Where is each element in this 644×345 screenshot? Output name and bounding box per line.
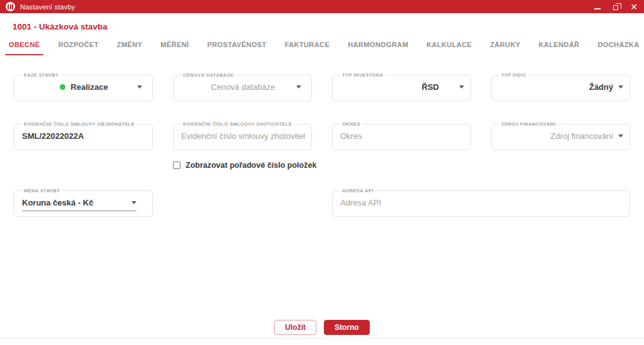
zdroj-financovani-placeholder: Zdroj financování — [550, 131, 613, 141]
tab-prostavenost[interactable]: PROSTAVĚNOST — [203, 41, 270, 55]
adresa-api-field: ADRESA API — [332, 189, 630, 217]
window-title: Nastavení stavby — [20, 3, 75, 11]
status-dot-icon — [60, 84, 65, 90]
evidencni-cislo-zhotovitele-label: EVIDENČNÍ ČÍSLO SMLOUVY ZHOTOVITELE — [181, 122, 294, 127]
chevron-down-icon — [296, 85, 301, 89]
tab-mereni[interactable]: MĚŘENÍ — [157, 41, 192, 55]
tab-obecne[interactable]: OBECNÉ — [5, 41, 43, 55]
cenova-databaze-placeholder: Cenová databáze — [211, 82, 275, 92]
restore-icon — [613, 5, 618, 10]
mena-stavby-select[interactable]: Koruna česká - Kč — [22, 194, 136, 211]
cenova-databaze-label: CENOVÁ DATABÁZE — [181, 73, 235, 78]
tab-kalkulace[interactable]: KALKULACE — [423, 41, 475, 55]
tab-kalendar[interactable]: KALENDÁŘ — [535, 41, 583, 55]
typ-investora-value: ŘSD — [422, 82, 439, 92]
okres-field: OKRES — [332, 122, 471, 150]
evidencni-cislo-zhotovitele-input[interactable] — [181, 127, 305, 146]
footer-actions: Uložit Storno — [0, 320, 644, 335]
faze-stavby-value: Realizace — [70, 82, 108, 92]
okres-input[interactable] — [340, 127, 464, 146]
close-icon: ✕ — [630, 3, 638, 11]
adresa-api-label: ADRESA API — [340, 189, 375, 194]
evidencni-cislo-objednatele-label: EVIDENČNÍ ČÍSLO SMLOUVY OBJEDNATELE — [22, 122, 136, 127]
tab-fakturace[interactable]: FAKTURACE — [281, 41, 333, 55]
mena-stavby-label: MĚNA STAVBY — [22, 189, 62, 194]
evidencni-cislo-objednatele-field: EVIDENČNÍ ČÍSLO SMLOUVY OBJEDNATELE — [14, 122, 153, 150]
adresa-api-input[interactable] — [340, 194, 623, 212]
cenova-databaze-select[interactable]: CENOVÁ DATABÁZE Cenová databáze — [173, 73, 312, 101]
zdroj-financovani-label: ZDROJ FINANCOVÁNÍ — [499, 122, 557, 127]
chevron-down-icon — [618, 134, 623, 138]
minimize-icon — [594, 8, 601, 9]
evidencni-cislo-zhotovitele-field: EVIDENČNÍ ČÍSLO SMLOUVY ZHOTOVITELE — [173, 122, 312, 150]
tab-rozpocet[interactable]: ROZPOČET — [54, 41, 102, 55]
tab-harmonogram[interactable]: HARMONOGRAM — [344, 41, 412, 55]
restore-button[interactable] — [611, 3, 620, 11]
title-bar: Nastavení stavby ✕ — [0, 0, 644, 13]
tab-zmeny[interactable]: ZMĚNY — [113, 41, 147, 55]
typ-fidic-label: TYP FIDIC — [499, 73, 528, 78]
chevron-down-icon — [131, 201, 136, 204]
typ-investora-select[interactable]: TYP INVESTORA ŘSD — [332, 73, 471, 101]
zobrazovat-poradove-label[interactable]: Zobrazovat pořadové číslo položek — [186, 161, 316, 170]
chevron-down-icon — [137, 85, 142, 89]
cancel-button[interactable]: Storno — [324, 320, 370, 335]
mena-stavby-value: Koruna česká - Kč — [22, 198, 93, 207]
chevron-down-icon — [459, 85, 464, 89]
evidencni-cislo-objednatele-input[interactable] — [22, 127, 146, 146]
faze-stavby-label: FÁZE STAVBY — [22, 73, 60, 78]
close-button[interactable]: ✕ — [630, 3, 638, 11]
typ-fidic-select[interactable]: TYP FIDIC Žádný — [491, 73, 630, 101]
mena-stavby-field: MĚNA STAVBY Koruna česká - Kč — [14, 189, 153, 217]
zdroj-financovani-select[interactable]: ZDROJ FINANCOVÁNÍ Zdroj financování — [491, 122, 630, 150]
minimize-button[interactable] — [593, 3, 602, 11]
app-logo-icon — [6, 2, 15, 11]
tab-bar: OBECNÉ ROZPOČET ZMĚNY MĚŘENÍ PROSTAVĚNOS… — [5, 41, 638, 55]
faze-stavby-select[interactable]: FÁZE STAVBY Realizace — [14, 73, 153, 101]
save-button[interactable]: Uložit — [274, 320, 316, 335]
typ-investora-label: TYP INVESTORA — [340, 73, 385, 78]
tab-zaruky[interactable]: ZÁRUKY — [486, 41, 524, 55]
page-title: 1001 - Ukázková stavba — [13, 22, 644, 31]
typ-fidic-value: Žádný — [589, 82, 613, 92]
tab-dochazka[interactable]: DOCHÁZKA — [594, 41, 643, 55]
chevron-down-icon — [618, 85, 623, 89]
bottom-divider — [0, 338, 644, 339]
okres-label: OKRES — [340, 122, 362, 127]
zobrazovat-poradove-checkbox[interactable] — [173, 162, 180, 169]
